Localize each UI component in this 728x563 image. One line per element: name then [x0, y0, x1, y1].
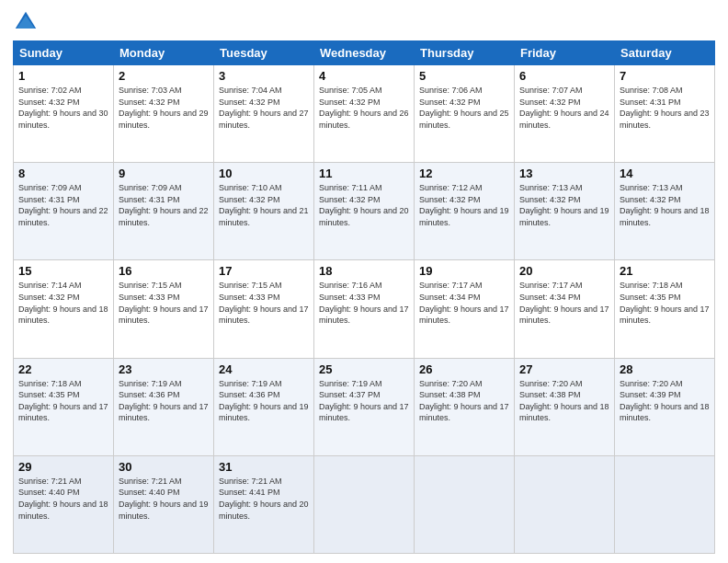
day-number: 13 — [519, 167, 609, 180]
day-number: 8 — [18, 167, 108, 180]
day-number: 16 — [119, 264, 209, 278]
cell-info: Sunrise: 7:17 AMSunset: 4:34 PMDaylight:… — [519, 281, 609, 325]
day-number: 29 — [18, 460, 108, 474]
cell-info: Sunrise: 7:13 AMSunset: 4:32 PMDaylight:… — [620, 183, 710, 227]
day-number: 24 — [219, 362, 309, 376]
calendar-cell: 14 Sunrise: 7:13 AMSunset: 4:32 PMDaylig… — [615, 163, 715, 260]
day-number: 27 — [519, 362, 609, 376]
calendar-cell: 20 Sunrise: 7:17 AMSunset: 4:34 PMDaylig… — [515, 260, 615, 358]
cell-info: Sunrise: 7:19 AMSunset: 4:36 PMDaylight:… — [119, 379, 209, 423]
cell-info: Sunrise: 7:20 AMSunset: 4:38 PMDaylight:… — [519, 379, 609, 423]
calendar-cell — [615, 455, 715, 553]
day-number: 7 — [620, 69, 710, 83]
page: SundayMondayTuesdayWednesdayThursdayFrid… — [0, 0, 728, 563]
cell-info: Sunrise: 7:18 AMSunset: 4:35 PMDaylight:… — [620, 281, 710, 325]
cell-info: Sunrise: 7:11 AMSunset: 4:32 PMDaylight:… — [319, 183, 409, 227]
calendar-cell: 5 Sunrise: 7:06 AMSunset: 4:32 PMDayligh… — [415, 65, 515, 163]
cell-info: Sunrise: 7:04 AMSunset: 4:32 PMDaylight:… — [219, 86, 309, 130]
day-number: 31 — [219, 460, 309, 474]
calendar-cell: 4 Sunrise: 7:05 AMSunset: 4:32 PMDayligh… — [314, 65, 415, 163]
cell-info: Sunrise: 7:21 AMSunset: 4:40 PMDaylight:… — [18, 477, 108, 521]
calendar-cell: 23 Sunrise: 7:19 AMSunset: 4:36 PMDaylig… — [114, 358, 214, 455]
cell-info: Sunrise: 7:06 AMSunset: 4:32 PMDaylight:… — [419, 86, 509, 130]
day-of-week-header: Sunday — [14, 41, 114, 65]
calendar-cell: 24 Sunrise: 7:19 AMSunset: 4:36 PMDaylig… — [214, 358, 314, 455]
calendar-cell: 11 Sunrise: 7:11 AMSunset: 4:32 PMDaylig… — [314, 163, 415, 260]
day-number: 1 — [18, 69, 108, 83]
cell-info: Sunrise: 7:02 AMSunset: 4:32 PMDaylight:… — [18, 86, 108, 130]
calendar-cell: 3 Sunrise: 7:04 AMSunset: 4:32 PMDayligh… — [214, 65, 314, 163]
day-of-week-header: Saturday — [615, 41, 715, 65]
calendar-cell: 26 Sunrise: 7:20 AMSunset: 4:38 PMDaylig… — [415, 358, 515, 455]
calendar-cell: 10 Sunrise: 7:10 AMSunset: 4:32 PMDaylig… — [214, 163, 314, 260]
cell-info: Sunrise: 7:03 AMSunset: 4:32 PMDaylight:… — [119, 86, 209, 130]
day-number: 5 — [419, 69, 509, 83]
day-number: 15 — [18, 264, 108, 278]
calendar-cell: 15 Sunrise: 7:14 AMSunset: 4:32 PMDaylig… — [14, 260, 114, 358]
day-number: 2 — [119, 69, 209, 83]
calendar-cell — [314, 455, 415, 553]
calendar-cell: 9 Sunrise: 7:09 AMSunset: 4:31 PMDayligh… — [114, 163, 214, 260]
calendar-cell: 12 Sunrise: 7:12 AMSunset: 4:32 PMDaylig… — [415, 163, 515, 260]
day-number: 3 — [219, 69, 309, 83]
calendar-cell: 27 Sunrise: 7:20 AMSunset: 4:38 PMDaylig… — [515, 358, 615, 455]
day-number: 14 — [620, 167, 710, 180]
day-number: 30 — [119, 460, 209, 474]
calendar-cell: 30 Sunrise: 7:21 AMSunset: 4:40 PMDaylig… — [114, 455, 214, 553]
cell-info: Sunrise: 7:08 AMSunset: 4:31 PMDaylight:… — [620, 86, 710, 130]
cell-info: Sunrise: 7:21 AMSunset: 4:40 PMDaylight:… — [119, 477, 209, 521]
day-number: 21 — [620, 264, 710, 278]
cell-info: Sunrise: 7:12 AMSunset: 4:32 PMDaylight:… — [419, 183, 509, 227]
day-number: 23 — [119, 362, 209, 376]
cell-info: Sunrise: 7:17 AMSunset: 4:34 PMDaylight:… — [419, 281, 509, 325]
cell-info: Sunrise: 7:16 AMSunset: 4:33 PMDaylight:… — [319, 281, 409, 325]
cell-info: Sunrise: 7:13 AMSunset: 4:32 PMDaylight:… — [519, 183, 609, 227]
day-number: 19 — [419, 264, 509, 278]
day-of-week-header: Tuesday — [214, 41, 314, 65]
day-of-week-header: Friday — [515, 41, 615, 65]
day-of-week-header: Thursday — [415, 41, 515, 65]
calendar-cell: 25 Sunrise: 7:19 AMSunset: 4:37 PMDaylig… — [314, 358, 415, 455]
day-number: 17 — [219, 264, 309, 278]
day-number: 25 — [319, 362, 409, 376]
calendar-cell: 31 Sunrise: 7:21 AMSunset: 4:41 PMDaylig… — [214, 455, 314, 553]
calendar-cell: 29 Sunrise: 7:21 AMSunset: 4:40 PMDaylig… — [14, 455, 114, 553]
calendar-cell: 1 Sunrise: 7:02 AMSunset: 4:32 PMDayligh… — [14, 65, 114, 163]
day-of-week-header: Wednesday — [314, 41, 415, 65]
cell-info: Sunrise: 7:20 AMSunset: 4:38 PMDaylight:… — [419, 379, 509, 423]
calendar-cell: 18 Sunrise: 7:16 AMSunset: 4:33 PMDaylig… — [314, 260, 415, 358]
cell-info: Sunrise: 7:07 AMSunset: 4:32 PMDaylight:… — [519, 86, 609, 130]
calendar-cell: 2 Sunrise: 7:03 AMSunset: 4:32 PMDayligh… — [114, 65, 214, 163]
calendar-cell: 7 Sunrise: 7:08 AMSunset: 4:31 PMDayligh… — [615, 65, 715, 163]
day-number: 4 — [319, 69, 409, 83]
calendar-cell: 13 Sunrise: 7:13 AMSunset: 4:32 PMDaylig… — [515, 163, 615, 260]
header — [13, 9, 715, 35]
cell-info: Sunrise: 7:15 AMSunset: 4:33 PMDaylight:… — [219, 281, 309, 325]
cell-info: Sunrise: 7:05 AMSunset: 4:32 PMDaylight:… — [319, 86, 409, 130]
day-of-week-header: Monday — [114, 41, 214, 65]
day-number: 20 — [519, 264, 609, 278]
cell-info: Sunrise: 7:20 AMSunset: 4:39 PMDaylight:… — [620, 379, 710, 423]
cell-info: Sunrise: 7:09 AMSunset: 4:31 PMDaylight:… — [119, 183, 209, 227]
calendar-cell: 22 Sunrise: 7:18 AMSunset: 4:35 PMDaylig… — [14, 358, 114, 455]
day-number: 26 — [419, 362, 509, 376]
cell-info: Sunrise: 7:14 AMSunset: 4:32 PMDaylight:… — [18, 281, 108, 325]
calendar-cell: 28 Sunrise: 7:20 AMSunset: 4:39 PMDaylig… — [615, 358, 715, 455]
cell-info: Sunrise: 7:15 AMSunset: 4:33 PMDaylight:… — [119, 281, 209, 325]
cell-info: Sunrise: 7:18 AMSunset: 4:35 PMDaylight:… — [18, 379, 108, 423]
cell-info: Sunrise: 7:19 AMSunset: 4:36 PMDaylight:… — [219, 379, 309, 423]
day-number: 10 — [219, 167, 309, 180]
logo — [13, 9, 42, 35]
logo-icon — [13, 9, 39, 35]
day-number: 18 — [319, 264, 409, 278]
day-number: 28 — [620, 362, 710, 376]
calendar-cell: 16 Sunrise: 7:15 AMSunset: 4:33 PMDaylig… — [114, 260, 214, 358]
day-number: 22 — [18, 362, 108, 376]
cell-info: Sunrise: 7:21 AMSunset: 4:41 PMDaylight:… — [219, 477, 309, 521]
cell-info: Sunrise: 7:09 AMSunset: 4:31 PMDaylight:… — [18, 183, 108, 227]
calendar-cell: 21 Sunrise: 7:18 AMSunset: 4:35 PMDaylig… — [615, 260, 715, 358]
calendar-cell — [415, 455, 515, 553]
calendar-cell — [515, 455, 615, 553]
day-number: 9 — [119, 167, 209, 180]
cell-info: Sunrise: 7:10 AMSunset: 4:32 PMDaylight:… — [219, 183, 309, 227]
